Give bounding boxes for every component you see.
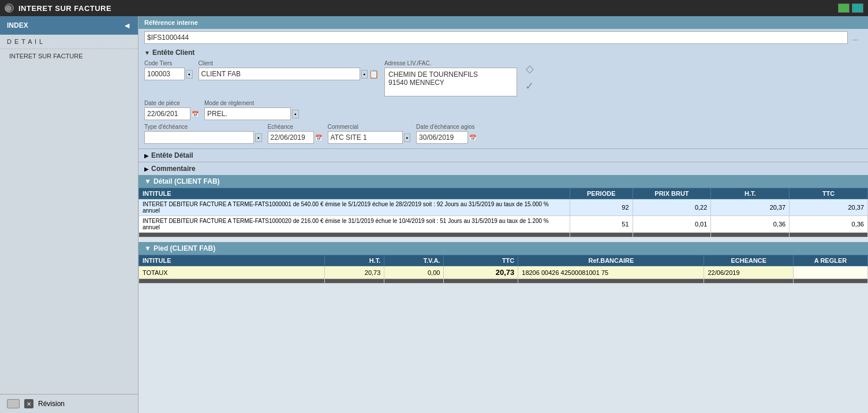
pied-col-intitule: INTITULE bbox=[139, 255, 325, 266]
code-tiers-input[interactable] bbox=[144, 68, 185, 80]
pied-table: INTITULE H.T. T.V.A. TTC Ref.BANCAIRE EC… bbox=[139, 255, 868, 284]
pied-table-container: INTITULE H.T. T.V.A. TTC Ref.BANCAIRE EC… bbox=[139, 255, 868, 284]
commercial-input[interactable] bbox=[328, 131, 403, 144]
pied-header-row: INTITULE H.T. T.V.A. TTC Ref.BANCAIRE EC… bbox=[139, 255, 868, 266]
table-footer-row bbox=[139, 233, 868, 237]
pied-row1-echeance: 22/06/2019 bbox=[704, 266, 794, 279]
pied-arrow[interactable]: ▼ bbox=[144, 244, 151, 252]
code-tiers-group: Code Tiers ▪ bbox=[144, 60, 193, 80]
sidebar-detail-label: D E T A I L bbox=[0, 35, 138, 49]
reference-dots[interactable]: ... bbox=[852, 34, 859, 42]
entete-detail-title: Entête Détail bbox=[151, 151, 193, 159]
mode-reglement-group: Mode de règlement ▪ bbox=[204, 100, 299, 120]
commentaire-arrow: ▶ bbox=[144, 166, 149, 172]
adresse-line2: 91540 MENNECY bbox=[388, 79, 513, 87]
date-piece-input[interactable] bbox=[144, 107, 190, 120]
adresse-label: Adresse LIV./FAC. bbox=[384, 60, 517, 66]
entete-client-title: ▼ Entête Client bbox=[144, 49, 862, 57]
sidebar: INDEX ◄ D E T A I L INTERET SUR FACTURE … bbox=[0, 16, 139, 413]
sidebar-collapse-arrow[interactable]: ◄ bbox=[123, 21, 131, 30]
detail-arrow[interactable]: ▼ bbox=[144, 177, 151, 185]
pied-col-a-regler: A REGLER bbox=[794, 255, 868, 266]
detail-section-header: ▼ Détail (CLIENT FAB) bbox=[139, 175, 868, 188]
sidebar-bottom: ✕ Révision bbox=[0, 394, 138, 413]
pied-row1-ttc: 20,73 bbox=[444, 266, 518, 279]
app-icon: ◎ bbox=[5, 3, 14, 13]
commercial-indicator: ▪ bbox=[404, 133, 411, 142]
row2-periode: 51 bbox=[570, 216, 633, 233]
type-echeance-input[interactable] bbox=[144, 131, 254, 144]
type-echeance-group: Type d'échéance ▪ bbox=[144, 124, 262, 144]
echeance-label: Echéance bbox=[268, 124, 322, 130]
sidebar-index-label: INDEX bbox=[7, 21, 28, 29]
entete-client-label: Entête Client bbox=[152, 49, 194, 57]
code-tiers-indicator: ▪ bbox=[186, 70, 193, 79]
detail-title: Détail (CLIENT FAB) bbox=[154, 177, 220, 185]
date-piece-label: Date de pièce bbox=[144, 100, 199, 106]
revision-close-button[interactable]: ✕ bbox=[24, 399, 33, 408]
col-ttc: TTC bbox=[790, 188, 868, 199]
green-button[interactable] bbox=[838, 3, 850, 13]
mode-reglement-label: Mode de règlement bbox=[204, 100, 299, 106]
client-label: Client bbox=[199, 60, 379, 66]
echeance-group: Echéance 📅 bbox=[268, 124, 322, 144]
date-echeance-agios-group: Date d'échéance agios 📅 bbox=[416, 124, 476, 144]
col-prix-brut: PRIX BRUT bbox=[633, 188, 711, 199]
title-bar: ◎ INTERET SUR FACTURE bbox=[0, 0, 868, 16]
adresse-group: Adresse LIV./FAC. CHEMIN DE TOURNENFILS … bbox=[384, 60, 517, 96]
col-intitule: INTITULE bbox=[139, 188, 570, 199]
reference-input[interactable] bbox=[144, 31, 848, 44]
mode-reglement-input[interactable] bbox=[204, 107, 291, 120]
pied-col-echeance: ECHEANCE bbox=[704, 255, 794, 266]
client-icon[interactable]: 📋 bbox=[369, 69, 379, 79]
detail-table: INTITULE PERIODE PRIX BRUT H.T. TTC INTE… bbox=[139, 188, 868, 237]
adresse-line1: CHEMIN DE TOURNENFILS bbox=[388, 70, 513, 79]
sidebar-index[interactable]: INDEX ◄ bbox=[0, 16, 138, 35]
date-piece-group: Date de pièce 📅 bbox=[144, 100, 199, 120]
pied-col-ht: H.T. bbox=[325, 255, 384, 266]
client-input[interactable] bbox=[199, 68, 360, 80]
commercial-group: Commercial ▪ bbox=[328, 124, 411, 144]
sidebar-item-interet[interactable]: INTERET SUR FACTURE bbox=[0, 49, 138, 63]
entete-collapse-icon[interactable]: ▼ bbox=[144, 50, 150, 56]
pied-title: Pied (CLIENT FAB) bbox=[154, 244, 215, 252]
row2-ht: 0,36 bbox=[711, 216, 790, 233]
type-echeance-label: Type d'échéance bbox=[144, 124, 262, 130]
entete-detail-header[interactable]: ▶ Entête Détail bbox=[139, 148, 868, 162]
pied-row1-intitule: TOTAUX bbox=[139, 266, 325, 279]
row2-intitule: INTERET DEBITEUR FACTURE A TERME-FATS100… bbox=[139, 216, 570, 233]
date-echeance-agios-calendar[interactable]: 📅 bbox=[469, 135, 476, 141]
ref-header-label: Référence interne bbox=[144, 19, 198, 26]
mode-reglement-indicator: ▪ bbox=[292, 110, 299, 118]
table-row: INTERET DEBITEUR FACTURE A TERME-FATS100… bbox=[139, 216, 868, 233]
client-group: Client ▪ 📋 bbox=[199, 60, 379, 80]
pied-section-header: ▼ Pied (CLIENT FAB) bbox=[139, 242, 868, 255]
commercial-label: Commercial bbox=[328, 124, 411, 130]
row1-intitule: INTERET DEBITEUR FACTURE A TERME-FATS100… bbox=[139, 199, 570, 216]
check-icon[interactable]: ✓ bbox=[525, 80, 534, 92]
revision-label: Révision bbox=[38, 400, 65, 408]
pied-footer-row bbox=[139, 279, 868, 284]
pied-row1-ref-bancaire: 18206 00426 42500081001 75 bbox=[518, 266, 704, 279]
row1-ttc: 20,37 bbox=[790, 199, 868, 216]
pied-row1-tva: 0,00 bbox=[384, 266, 444, 279]
table-row: INTERET DEBITEUR FACTURE A TERME-FATS100… bbox=[139, 199, 868, 216]
title-buttons bbox=[838, 3, 863, 13]
revision-toggle[interactable] bbox=[7, 399, 20, 408]
pied-col-ttc: TTC bbox=[444, 255, 518, 266]
date-echeance-agios-input[interactable] bbox=[416, 131, 468, 144]
date-piece-calendar[interactable]: 📅 bbox=[192, 111, 199, 117]
col-ht: H.T. bbox=[711, 188, 790, 199]
client-indicator: ▪ bbox=[361, 70, 368, 79]
commentaire-title: Commentaire bbox=[151, 165, 196, 173]
diamond-icon[interactable]: ◇ bbox=[526, 62, 534, 75]
table-header-row: INTITULE PERIODE PRIX BRUT H.T. TTC bbox=[139, 188, 868, 199]
content-area: Référence interne ... ▼ Entête Client Co… bbox=[139, 16, 868, 413]
teal-button[interactable] bbox=[852, 3, 863, 13]
right-icons: ◇ ✓ bbox=[523, 60, 536, 95]
type-echeance-indicator: ▪ bbox=[255, 133, 262, 142]
echeance-calendar[interactable]: 📅 bbox=[315, 135, 322, 141]
col-periode: PERIODE bbox=[570, 188, 633, 199]
echeance-input[interactable] bbox=[268, 131, 314, 144]
commentaire-header[interactable]: ▶ Commentaire bbox=[139, 162, 868, 175]
